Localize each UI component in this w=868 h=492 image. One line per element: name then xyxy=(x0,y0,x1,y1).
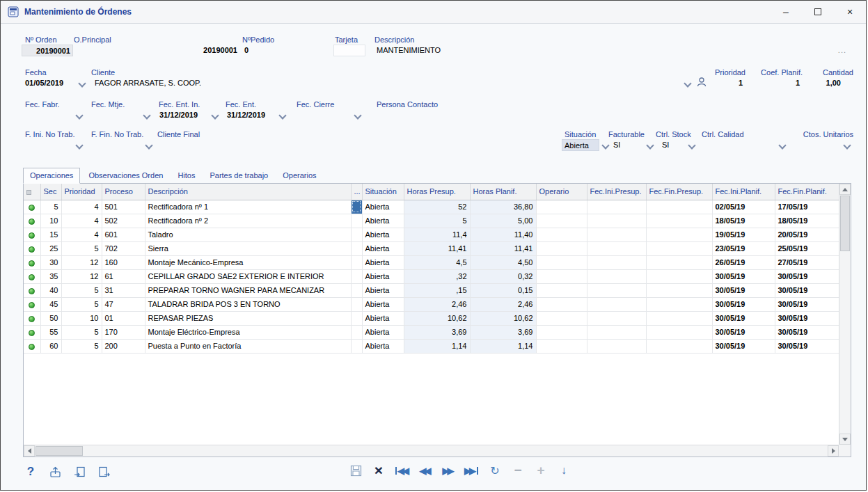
minimize-button[interactable]: – xyxy=(770,1,802,23)
cell-prioridad[interactable]: 10 xyxy=(61,311,102,325)
cell-horas-planif[interactable]: 5,00 xyxy=(470,214,536,228)
cell-horas-planif[interactable]: 10,62 xyxy=(470,311,536,325)
cell-proceso[interactable]: 501 xyxy=(102,200,145,214)
cell-fec-ini-planif[interactable]: 30/05/19 xyxy=(712,269,775,283)
descripcion-field[interactable]: MANTENIMIENTO xyxy=(377,46,441,54)
cell-sec[interactable]: 60 xyxy=(40,339,61,353)
save-button[interactable] xyxy=(349,462,363,479)
situacion-field[interactable]: Abierta xyxy=(562,139,599,151)
col-header-sec[interactable]: Sec xyxy=(40,184,61,200)
cell-horas-planif[interactable]: 4,50 xyxy=(470,255,536,269)
cliente-field[interactable]: FAGOR ARRASATE, S. COOP. xyxy=(95,79,201,87)
row-indicator-cell[interactable] xyxy=(24,214,40,228)
tab-partes-de-trabajo[interactable]: Partes de trabajo xyxy=(203,168,274,183)
cell-situacion[interactable]: Abierta xyxy=(362,269,404,283)
col-header-fec-fin-planif[interactable]: Fec.Fin.Planif. xyxy=(775,184,839,200)
cell-proceso[interactable]: 702 xyxy=(102,241,145,255)
col-header-prioridad[interactable]: Prioridad xyxy=(61,184,102,200)
cell-sec[interactable]: 45 xyxy=(40,297,61,311)
scroll-up-button[interactable] xyxy=(839,184,851,195)
cell-descripcion[interactable]: Sierra xyxy=(145,241,351,255)
descripcion-expand-button[interactable]: ... xyxy=(838,46,846,54)
cell-fec-fin-planif[interactable]: 18/05/19 xyxy=(775,214,839,228)
table-row[interactable]: 15 4 601 Taladro Abierta 11,4 11,40 19/0… xyxy=(24,228,839,241)
cell-horas-planif[interactable]: 11,41 xyxy=(470,241,536,255)
cell-fec-ini-planif[interactable]: 19/05/19 xyxy=(712,228,775,241)
cell-prioridad[interactable]: 5 xyxy=(61,325,102,339)
cell-descripcion[interactable]: Montaje Mecánico-Empresa xyxy=(145,255,351,269)
cell-dots[interactable] xyxy=(351,255,362,269)
col-header-dots[interactable]: ... xyxy=(351,184,362,200)
cell-prioridad[interactable]: 5 xyxy=(61,283,102,297)
cell-operario[interactable] xyxy=(536,214,587,228)
table-row[interactable]: 35 12 61 CEPILLAR GRADO SAE2 EXTERIOR E … xyxy=(24,269,839,283)
cell-situacion[interactable]: Abierta xyxy=(362,339,404,353)
cell-horas-presup[interactable]: 2,46 xyxy=(404,297,470,311)
cliente-dropdown-chevron-icon[interactable] xyxy=(684,81,691,88)
refresh-button[interactable]: ↻ xyxy=(488,462,502,479)
cell-dots[interactable] xyxy=(351,200,362,214)
cell-horas-presup[interactable]: 4,5 xyxy=(404,255,470,269)
row-selector-header[interactable] xyxy=(24,184,40,200)
table-row[interactable]: 30 12 160 Montaje Mecánico-Empresa Abier… xyxy=(24,255,839,269)
cell-fec-fin-presup[interactable] xyxy=(646,200,712,214)
cell-fec-ini-presup[interactable] xyxy=(587,325,646,339)
row-indicator-cell[interactable] xyxy=(24,255,40,269)
cell-fec-ini-presup[interactable] xyxy=(587,228,646,241)
cell-operario[interactable] xyxy=(536,200,587,214)
horizontal-scrollbar[interactable] xyxy=(24,445,839,457)
previous-record-button[interactable]: ◀◀ xyxy=(418,462,432,479)
import-document-button[interactable] xyxy=(72,463,86,480)
cell-horas-presup[interactable]: ,15 xyxy=(404,283,470,297)
table-row[interactable]: 55 5 170 Montaje Eléctrico-Empresa Abier… xyxy=(24,325,839,339)
cell-dots[interactable] xyxy=(351,339,362,353)
cliente-contact-person-icon[interactable] xyxy=(695,76,708,88)
row-indicator-cell[interactable] xyxy=(24,228,40,241)
tarjeta-field[interactable] xyxy=(333,45,365,56)
cell-horas-presup[interactable]: 1,14 xyxy=(404,339,470,353)
cell-prioridad[interactable]: 4 xyxy=(61,228,102,241)
cell-horas-presup[interactable]: 10,62 xyxy=(404,311,470,325)
cell-fec-ini-presup[interactable] xyxy=(587,214,646,228)
cell-proceso[interactable]: 200 xyxy=(102,339,145,353)
cell-sec[interactable]: 50 xyxy=(40,311,61,325)
help-button[interactable]: ? xyxy=(24,463,38,480)
row-indicator-cell[interactable] xyxy=(24,297,40,311)
cell-operario[interactable] xyxy=(536,269,587,283)
cell-fec-fin-planif[interactable]: 30/05/19 xyxy=(775,297,839,311)
tab-hitos[interactable]: Hitos xyxy=(171,168,201,183)
cell-descripcion[interactable]: Montaje Eléctrico-Empresa xyxy=(145,325,351,339)
table-row[interactable]: 50 10 01 REPASAR PIEZAS Abierta 10,62 10… xyxy=(24,311,839,325)
cell-dots[interactable] xyxy=(351,228,362,241)
vertical-scrollbar[interactable] xyxy=(839,184,851,445)
cell-fec-fin-presup[interactable] xyxy=(646,214,712,228)
cell-operario[interactable] xyxy=(536,297,587,311)
cell-fec-ini-planif[interactable]: 30/05/19 xyxy=(712,283,775,297)
cell-horas-presup[interactable]: 3,69 xyxy=(404,325,470,339)
close-button[interactable]: × xyxy=(834,1,866,23)
scroll-down-button[interactable] xyxy=(839,434,851,445)
scroll-right-button[interactable] xyxy=(828,445,839,457)
cell-fec-fin-planif[interactable]: 25/05/19 xyxy=(775,241,839,255)
tab-operarios[interactable]: Operarios xyxy=(276,168,322,183)
cell-fec-fin-presup[interactable] xyxy=(646,339,712,353)
cell-fec-fin-presup[interactable] xyxy=(646,228,712,241)
fec-ent-field[interactable]: 31/12/2019 xyxy=(227,111,265,119)
cell-dots[interactable] xyxy=(351,283,362,297)
col-header-fec-ini-presup[interactable]: Fec.Ini.Presup. xyxy=(587,184,646,200)
cell-dots[interactable] xyxy=(351,297,362,311)
cell-fec-ini-presup[interactable] xyxy=(587,255,646,269)
cell-fec-fin-planif[interactable]: 30/05/19 xyxy=(775,283,839,297)
facturable-field[interactable]: SI xyxy=(613,141,620,149)
row-indicator-cell[interactable] xyxy=(24,325,40,339)
cell-proceso[interactable]: 502 xyxy=(102,214,145,228)
cell-fec-fin-planif[interactable]: 30/05/19 xyxy=(775,311,839,325)
cell-fec-fin-presup[interactable] xyxy=(646,297,712,311)
last-record-button[interactable]: ▶▶ xyxy=(464,462,479,479)
cell-operario[interactable] xyxy=(536,228,587,241)
cell-dots[interactable] xyxy=(351,269,362,283)
cell-fec-ini-planif[interactable]: 26/05/19 xyxy=(712,255,775,269)
facturable-dropdown-chevron-icon[interactable] xyxy=(647,143,654,150)
table-row[interactable]: 10 4 502 Rectificadora nº 2 Abierta 5 5,… xyxy=(24,214,839,228)
cell-proceso[interactable]: 01 xyxy=(102,311,145,325)
